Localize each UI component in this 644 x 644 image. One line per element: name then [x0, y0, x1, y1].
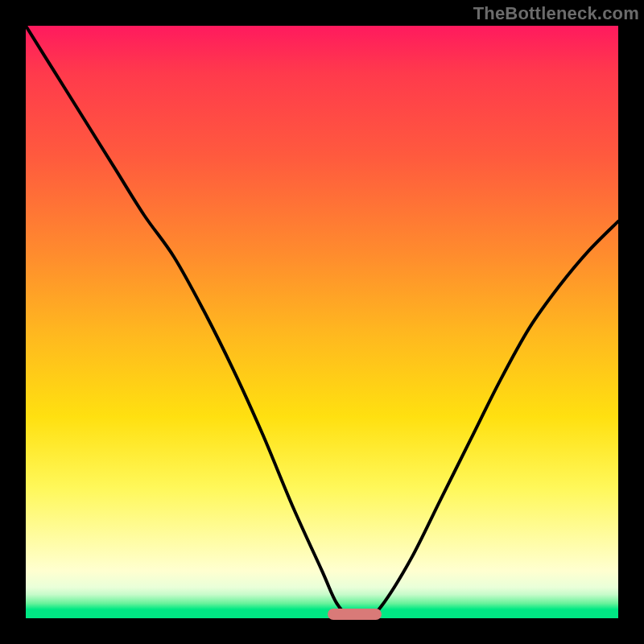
curve-path	[26, 26, 618, 620]
attribution-watermark: TheBottleneck.com	[473, 3, 639, 24]
optimal-range-marker	[328, 609, 381, 620]
chart-plot-area	[26, 26, 618, 618]
bottleneck-curve	[26, 26, 618, 618]
chart-frame: TheBottleneck.com	[0, 0, 644, 644]
